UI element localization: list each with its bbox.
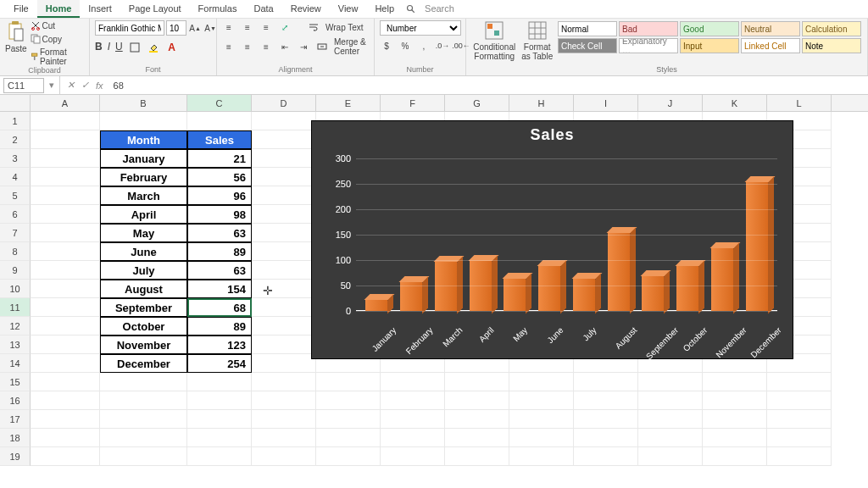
increase-font-icon[interactable]: A▲ bbox=[188, 21, 202, 35]
paste-icon[interactable] bbox=[8, 20, 25, 42]
cell-D10[interactable] bbox=[252, 280, 316, 298]
style-cell[interactable]: Neutral bbox=[741, 21, 800, 36]
cell-A6[interactable] bbox=[31, 205, 100, 224]
font-color-icon[interactable]: A bbox=[165, 41, 179, 54]
cell-D18[interactable] bbox=[252, 429, 316, 447]
cell-B15[interactable] bbox=[100, 373, 187, 391]
enter-icon[interactable]: ✓ bbox=[78, 80, 92, 91]
increase-decimal-icon[interactable]: .0→ bbox=[436, 39, 449, 53]
row-header[interactable]: 5 bbox=[0, 186, 31, 205]
bar-may[interactable] bbox=[504, 279, 526, 311]
cell-B17[interactable] bbox=[100, 410, 187, 429]
bar-january[interactable] bbox=[365, 300, 387, 311]
cell-I17[interactable] bbox=[574, 410, 638, 429]
cell-A1[interactable] bbox=[31, 112, 100, 130]
cell-C3[interactable]: 21 bbox=[187, 149, 252, 168]
cell-A17[interactable] bbox=[31, 410, 100, 429]
cell-D8[interactable] bbox=[252, 242, 316, 261]
cell-F19[interactable] bbox=[381, 447, 445, 466]
cell-A14[interactable] bbox=[31, 354, 100, 373]
cell-F15[interactable] bbox=[381, 373, 445, 391]
cancel-icon[interactable]: ✕ bbox=[64, 80, 78, 91]
cell-A4[interactable] bbox=[31, 168, 100, 186]
cell-B7[interactable]: May bbox=[100, 224, 187, 242]
worksheet-grid[interactable]: ABCDEFGHIJKL 12MonthSales3January214Febr… bbox=[0, 95, 868, 488]
menu-review[interactable]: Review bbox=[282, 0, 330, 18]
cell-A11[interactable] bbox=[31, 298, 100, 317]
cell-D17[interactable] bbox=[252, 410, 316, 429]
cell-I19[interactable] bbox=[574, 447, 638, 466]
cell-B8[interactable]: June bbox=[100, 242, 187, 261]
style-cell[interactable]: Linked Cell bbox=[741, 38, 800, 53]
cell-B4[interactable]: February bbox=[100, 168, 187, 186]
col-header-D[interactable]: D bbox=[252, 95, 316, 111]
cell-D14[interactable] bbox=[252, 354, 316, 373]
format-table-button[interactable]: Format as Table bbox=[520, 42, 554, 61]
cell-C11[interactable]: 68 bbox=[187, 298, 252, 317]
cell-D16[interactable] bbox=[252, 391, 316, 410]
align-center-icon[interactable]: ≡ bbox=[241, 40, 254, 53]
cell-D5[interactable] bbox=[252, 186, 316, 205]
cell-B3[interactable]: January bbox=[100, 149, 187, 168]
style-cell[interactable]: Input bbox=[680, 38, 739, 53]
cell-F16[interactable] bbox=[381, 391, 445, 410]
underline-button[interactable]: U bbox=[115, 41, 123, 54]
cell-K16[interactable] bbox=[703, 391, 767, 410]
col-header-A[interactable]: A bbox=[31, 95, 100, 111]
cell-C17[interactable] bbox=[187, 410, 252, 429]
cell-B9[interactable]: July bbox=[100, 261, 187, 280]
cell-J17[interactable] bbox=[638, 410, 703, 429]
cell-C12[interactable]: 89 bbox=[187, 317, 252, 336]
align-bottom-icon[interactable]: ≡ bbox=[259, 20, 273, 34]
row-header[interactable]: 19 bbox=[0, 447, 31, 466]
cell-H15[interactable] bbox=[509, 373, 574, 391]
menu-data[interactable]: Data bbox=[245, 0, 281, 18]
cell-B13[interactable]: November bbox=[100, 336, 187, 354]
name-box-dropdown-icon[interactable]: ▾ bbox=[47, 80, 56, 91]
bar-october[interactable] bbox=[676, 266, 698, 311]
bar-july[interactable] bbox=[573, 279, 595, 311]
align-right-icon[interactable]: ≡ bbox=[259, 40, 273, 53]
cell-D2[interactable] bbox=[252, 130, 316, 149]
border-icon[interactable] bbox=[128, 41, 142, 54]
cell-D11[interactable] bbox=[252, 298, 316, 317]
row-header[interactable]: 4 bbox=[0, 168, 31, 186]
row-header[interactable]: 15 bbox=[0, 373, 31, 391]
cell-L19[interactable] bbox=[767, 447, 832, 466]
percent-icon[interactable]: % bbox=[398, 39, 412, 53]
merge-icon[interactable] bbox=[315, 40, 329, 53]
cell-D15[interactable] bbox=[252, 373, 316, 391]
menu-insert[interactable]: Insert bbox=[80, 0, 120, 18]
bar-june[interactable] bbox=[538, 266, 560, 311]
cell-styles-gallery[interactable]: NormalBadGoodNeutralCalculationCheck Cel… bbox=[557, 20, 862, 65]
cell-B2[interactable]: Month bbox=[100, 130, 187, 149]
cell-B10[interactable]: August bbox=[100, 280, 187, 298]
cell-C19[interactable] bbox=[187, 447, 252, 466]
align-left-icon[interactable]: ≡ bbox=[222, 40, 236, 53]
row-header[interactable]: 12 bbox=[0, 317, 31, 336]
cell-B1[interactable] bbox=[100, 112, 187, 130]
col-header-E[interactable]: E bbox=[316, 95, 381, 111]
cell-G15[interactable] bbox=[445, 373, 509, 391]
row-header[interactable]: 14 bbox=[0, 354, 31, 373]
cell-H19[interactable] bbox=[509, 447, 574, 466]
fill-color-icon[interactable] bbox=[147, 41, 160, 54]
fx-icon[interactable]: fx bbox=[92, 80, 107, 91]
cell-D9[interactable] bbox=[252, 261, 316, 280]
cell-C10[interactable]: 154 bbox=[187, 280, 252, 298]
font-size-input[interactable] bbox=[166, 20, 186, 36]
style-cell[interactable]: Calculation bbox=[802, 21, 861, 36]
cell-A16[interactable] bbox=[31, 391, 100, 410]
style-cell[interactable]: Check Cell bbox=[558, 38, 617, 53]
row-header[interactable]: 18 bbox=[0, 429, 31, 447]
cell-K15[interactable] bbox=[703, 373, 767, 391]
align-middle-icon[interactable]: ≡ bbox=[241, 20, 254, 34]
menu-formulas[interactable]: Formulas bbox=[190, 0, 246, 18]
menu-help[interactable]: Help bbox=[366, 0, 403, 18]
cell-K19[interactable] bbox=[703, 447, 767, 466]
cell-L15[interactable] bbox=[767, 373, 832, 391]
cell-B5[interactable]: March bbox=[100, 186, 187, 205]
cell-C18[interactable] bbox=[187, 429, 252, 447]
col-header-F[interactable]: F bbox=[381, 95, 445, 111]
cell-B11[interactable]: September bbox=[100, 298, 187, 317]
